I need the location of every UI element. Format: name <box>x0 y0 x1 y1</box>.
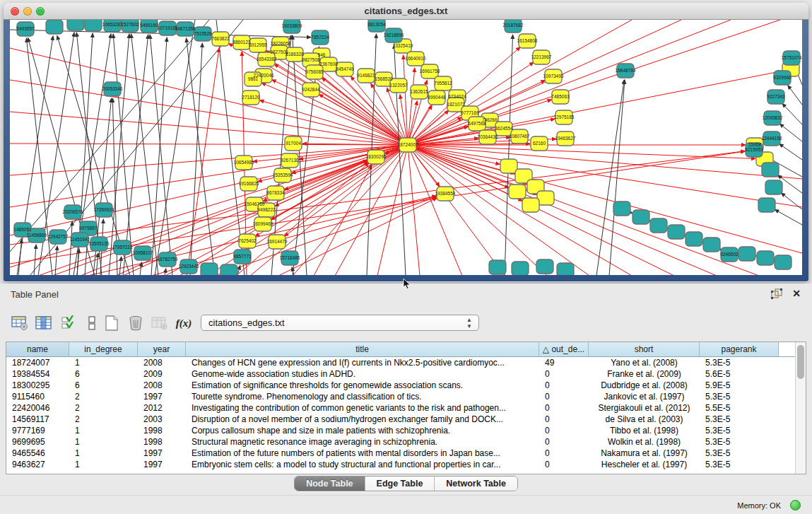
graph-node-label: 15751074 <box>782 55 802 60</box>
table-row[interactable]: 946362711997Embryonic stem cells: a mode… <box>6 459 806 470</box>
column-header-year[interactable]: year <box>138 342 186 356</box>
table-mode-button[interactable] <box>10 313 30 333</box>
graph-node[interactable] <box>509 185 526 199</box>
row-select-button[interactable] <box>59 313 79 333</box>
graph-node[interactable] <box>613 201 630 216</box>
graph-node[interactable] <box>668 225 685 239</box>
graph-node[interactable] <box>536 259 553 274</box>
cell-out_de: 0 <box>539 391 589 402</box>
column-header-out_de[interactable]: △ out_de... <box>539 342 589 356</box>
cell-in_degree: 2 <box>69 414 138 425</box>
graph-node[interactable] <box>650 218 667 233</box>
table-row[interactable]: 1872400712008Changes of HCN gene express… <box>6 357 806 368</box>
graph-node[interactable] <box>489 260 506 274</box>
column-header-in_degree[interactable]: in_degree <box>69 342 138 356</box>
red-edge <box>10 145 408 207</box>
vertical-scrollbar[interactable] <box>795 342 806 474</box>
combobox-stepper-icon: ▲▼ <box>466 317 472 329</box>
table-row[interactable]: 2242004622012Investigating the contribut… <box>6 402 806 414</box>
graph-node[interactable] <box>739 247 755 261</box>
graph-node-label: 17957223 <box>112 245 133 250</box>
table-panel: Table Panel ✕ <box>0 284 812 514</box>
graph-node[interactable] <box>703 238 720 252</box>
table-row[interactable]: 977716911998Corpus callosum shape and si… <box>6 425 806 436</box>
graph-node-label: 20053346 <box>102 86 123 91</box>
red-edge <box>10 145 408 235</box>
cell-pagerank: 5.3E-5 <box>700 414 779 425</box>
red-edge <box>408 145 802 207</box>
graph-node[interactable] <box>85 20 102 31</box>
tab-edge-table[interactable]: Edge Table <box>365 477 435 491</box>
panel-title: Table Panel <box>11 289 59 300</box>
close-panel-icon[interactable]: ✕ <box>792 288 801 299</box>
import-table-button[interactable] <box>150 313 170 333</box>
graph-node-label: 8990448 <box>428 95 446 100</box>
graph-node-label: 15353594 <box>273 173 293 177</box>
cell-short: Franke et al. (2009) <box>589 368 700 380</box>
tab-node-table[interactable]: Node Table <box>295 477 365 491</box>
graph-node-label: 12093832 <box>763 115 783 120</box>
graph-node-label: 16648784 <box>616 68 636 73</box>
table-select-combobox[interactable]: citations_edges.txt ▲▼ <box>201 315 479 331</box>
graph-node[interactable] <box>762 163 779 177</box>
float-panel-icon[interactable] <box>771 288 782 299</box>
cell-year: 2012 <box>138 402 186 414</box>
graph-node[interactable] <box>686 232 702 246</box>
cell-name: 14569117 <box>6 414 69 425</box>
table-row[interactable]: 946554611997Estimation of the future num… <box>6 448 806 459</box>
scrollbar-thumb[interactable] <box>797 345 804 379</box>
cell-year: 1998 <box>138 425 186 436</box>
table-row[interactable]: 911546021997Tourette syndrome. Phenomeno… <box>6 391 806 402</box>
new-column-button[interactable] <box>102 313 122 333</box>
graph-node[interactable] <box>67 20 84 30</box>
cell-name: 9699695 <box>6 436 69 448</box>
graph-node[interactable] <box>500 159 517 173</box>
graph-node[interactable] <box>201 263 218 275</box>
cell-year: 1997 <box>138 391 186 402</box>
table-row[interactable]: 1456911722003Disruption of a novel membe… <box>6 414 806 425</box>
rows-button[interactable] <box>82 313 102 333</box>
show-column-button[interactable] <box>34 313 54 333</box>
graph-node-label: 7663822 <box>211 36 230 41</box>
graph-node[interactable] <box>46 20 63 34</box>
delete-button[interactable] <box>126 313 146 333</box>
graph-node[interactable] <box>220 264 237 275</box>
graph-node-label: 1485051 <box>13 227 32 232</box>
function-builder-button[interactable]: f(x) <box>174 313 194 333</box>
graph-node-label: 16154808 <box>517 38 538 43</box>
graph-node[interactable] <box>775 255 792 269</box>
red-edge <box>408 145 420 275</box>
graph-node[interactable] <box>557 263 574 275</box>
graph-node[interactable] <box>512 262 529 275</box>
tab-network-table[interactable]: Network Table <box>435 477 517 491</box>
column-header-short[interactable]: short <box>589 342 700 356</box>
graph-node[interactable] <box>765 180 782 194</box>
graph-node[interactable] <box>758 198 775 212</box>
graph-node-label: 10973493 <box>543 74 564 78</box>
window-titlebar[interactable]: citations_edges.txt <box>4 3 808 20</box>
graph-node-label: 19384554 <box>435 191 456 196</box>
window-title: citations_edges.txt <box>4 6 808 16</box>
column-header-pagerank[interactable]: pagerank <box>700 342 779 356</box>
table-row[interactable]: 969969511998Structural magnetic resonanc… <box>6 436 806 448</box>
cell-in_degree: 2 <box>69 402 138 414</box>
column-header-name[interactable]: name <box>6 342 69 356</box>
red-edge <box>10 112 408 145</box>
graph-node[interactable] <box>632 210 649 224</box>
network-canvas[interactable]: 1872400718300295193845547663822886012389… <box>10 20 802 275</box>
column-header-title[interactable]: title <box>186 342 539 356</box>
graph-node-label: 13325419 <box>393 43 413 48</box>
table-row[interactable]: 1938455462009Genome-wide association stu… <box>6 368 806 380</box>
graph-node[interactable] <box>522 198 539 212</box>
table-row[interactable]: 1830029562008Estimation of significance … <box>6 380 806 391</box>
graph-node-label: 1362615 <box>410 89 428 94</box>
graph-node-label: 6497568 <box>468 121 486 126</box>
cell-title: Tourette syndrome. Phenomenology and cla… <box>186 391 539 402</box>
red-edge <box>278 198 437 275</box>
graph-node-label: 9246502 <box>720 252 739 257</box>
graph-node-label: 12975185 <box>554 115 575 119</box>
cell-title: Structural magnetic resonance image aver… <box>186 436 539 448</box>
cell-pagerank: 5.3E-5 <box>700 436 779 448</box>
cell-out_de: 0 <box>539 436 589 448</box>
graph-node[interactable] <box>757 251 774 265</box>
